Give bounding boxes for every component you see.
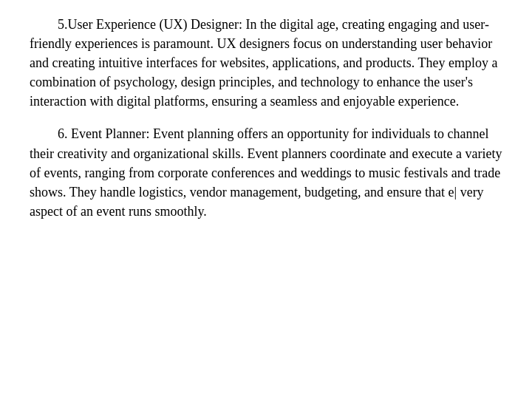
indent-1	[30, 15, 58, 34]
ux-content: 5.User Experience (UX) Designer: In the …	[30, 17, 497, 109]
page-container: 5.User Experience (UX) Designer: In the …	[0, 0, 532, 399]
paragraph-ux-designer: 5.User Experience (UX) Designer: In the …	[30, 15, 502, 111]
indent-2	[30, 124, 58, 143]
paragraph-event-planner: 6. Event Planner: Event planning offers …	[30, 124, 502, 220]
paragraph-ux-text: 5.User Experience (UX) Designer: In the …	[30, 15, 502, 111]
paragraph-event-text: 6. Event Planner: Event planning offers …	[30, 124, 502, 220]
event-content: 6. Event Planner: Event planning offers …	[30, 126, 502, 218]
